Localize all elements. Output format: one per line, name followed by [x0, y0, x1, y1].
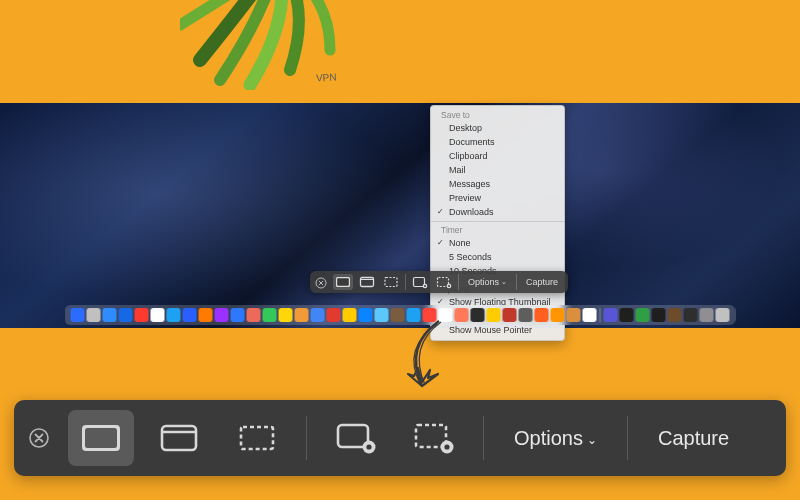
capture-entire-screen-button[interactable] — [68, 410, 134, 466]
capture-window-button[interactable] — [357, 274, 377, 290]
dock-separator — [600, 308, 601, 322]
dock-app-icon[interactable] — [87, 308, 101, 322]
dock-app-icon[interactable] — [343, 308, 357, 322]
dock-app-icon[interactable] — [407, 308, 421, 322]
capture-button[interactable]: Capture — [638, 410, 749, 466]
options-label: Options — [514, 427, 583, 450]
dock-app-icon[interactable] — [391, 308, 405, 322]
options-button[interactable]: Options⌄ — [463, 277, 512, 287]
record-selection-button[interactable] — [401, 410, 467, 466]
svg-rect-6 — [414, 278, 425, 287]
capture-button[interactable]: Capture — [521, 277, 563, 287]
toolbar-divider — [306, 416, 307, 460]
dock-app-icon[interactable] — [279, 308, 293, 322]
wallpaper-mojave — [0, 103, 800, 328]
dock-app-icon[interactable] — [668, 308, 682, 322]
dock-app-icon[interactable] — [423, 308, 437, 322]
dock-app-icon[interactable] — [583, 308, 597, 322]
dock-app-icon[interactable] — [311, 308, 325, 322]
options-button[interactable]: Options⌄ — [494, 410, 617, 466]
dock-app-icon[interactable] — [119, 308, 133, 322]
capture-label: Capture — [526, 277, 558, 287]
svg-point-8 — [424, 285, 426, 287]
record-entire-screen-button[interactable] — [323, 410, 389, 466]
toolbar-divider — [405, 274, 406, 290]
dock-app-icon[interactable] — [199, 308, 213, 322]
screenshot-toolbar-zoomed: Options⌄ Capture — [14, 400, 786, 476]
toolbar-divider — [516, 274, 517, 290]
dock-app-icon[interactable] — [103, 308, 117, 322]
svg-point-20 — [366, 444, 371, 449]
popup-item-mail[interactable]: Mail — [431, 163, 564, 177]
dock-app-icon[interactable] — [231, 308, 245, 322]
dock-app-icon[interactable] — [247, 308, 261, 322]
dock-app-icon[interactable] — [551, 308, 565, 322]
toolbar-divider — [627, 416, 628, 460]
popup-item-clipboard[interactable]: Clipboard — [431, 149, 564, 163]
dock-app-icon[interactable] — [183, 308, 197, 322]
options-label: Options — [468, 277, 499, 287]
toolbar-divider — [483, 416, 484, 460]
svg-rect-3 — [361, 278, 374, 287]
popup-item-downloads[interactable]: Downloads — [431, 205, 564, 219]
dock-app-icon[interactable] — [604, 308, 618, 322]
svg-rect-14 — [85, 428, 117, 448]
record-selection-button[interactable] — [434, 274, 454, 290]
dock-app-icon[interactable] — [167, 308, 181, 322]
popup-item-documents[interactable]: Documents — [431, 135, 564, 149]
dock-app-icon[interactable] — [503, 308, 517, 322]
svg-point-11 — [448, 285, 450, 287]
dock-app-icon[interactable] — [487, 308, 501, 322]
dock-app-icon[interactable] — [359, 308, 373, 322]
dock-app-icon[interactable] — [700, 308, 714, 322]
dock-app-icon[interactable] — [439, 308, 453, 322]
dock-app-icon[interactable] — [263, 308, 277, 322]
capture-entire-screen-button[interactable] — [333, 274, 353, 290]
capture-selection-button[interactable] — [224, 410, 290, 466]
popup-item-desktop[interactable]: Desktop — [431, 121, 564, 135]
svg-rect-5 — [385, 278, 397, 287]
capture-window-button[interactable] — [146, 410, 212, 466]
screenshot-toolbar-small: Options⌄ Capture — [310, 271, 568, 293]
toolbar-divider — [458, 274, 459, 290]
dock-app-icon[interactable] — [375, 308, 389, 322]
capture-label: Capture — [658, 427, 729, 450]
dock-app-icon[interactable] — [295, 308, 309, 322]
dock-app-icon[interactable] — [471, 308, 485, 322]
chevron-down-icon: ⌄ — [501, 278, 507, 286]
dock-app-icon[interactable] — [455, 308, 469, 322]
dock-app-icon[interactable] — [151, 308, 165, 322]
svg-rect-2 — [337, 278, 349, 286]
dock-app-icon[interactable] — [519, 308, 533, 322]
popup-item-show-pointer[interactable]: Show Mouse Pointer — [431, 323, 564, 337]
dock-app-icon[interactable] — [215, 308, 229, 322]
dock-app-icon[interactable] — [620, 308, 634, 322]
dock-app-icon[interactable] — [636, 308, 650, 322]
popup-item-timer-none[interactable]: None — [431, 236, 564, 250]
popup-section-timer-title: Timer — [431, 224, 564, 236]
dock-app-icon[interactable] — [652, 308, 666, 322]
record-entire-screen-button[interactable] — [410, 274, 430, 290]
popup-item-preview[interactable]: Preview — [431, 191, 564, 205]
dock-app-icon[interactable] — [716, 308, 730, 322]
popup-item-timer-5s[interactable]: 5 Seconds — [431, 250, 564, 264]
macos-dock — [65, 305, 736, 325]
svg-rect-15 — [162, 426, 196, 450]
dock-app-icon[interactable] — [71, 308, 85, 322]
svg-rect-9 — [438, 278, 449, 287]
dock-app-icon[interactable] — [684, 308, 698, 322]
svg-rect-17 — [241, 427, 273, 449]
svg-point-23 — [444, 444, 449, 449]
dock-app-icon[interactable] — [327, 308, 341, 322]
chevron-down-icon: ⌄ — [587, 433, 597, 447]
close-button[interactable] — [315, 275, 329, 289]
dock-app-icon[interactable] — [135, 308, 149, 322]
popup-divider — [431, 221, 564, 222]
watermark-text: VPN — [316, 71, 337, 83]
dock-app-icon[interactable] — [567, 308, 581, 322]
popup-item-messages[interactable]: Messages — [431, 177, 564, 191]
dock-app-icon[interactable] — [535, 308, 549, 322]
capture-selection-button[interactable] — [381, 274, 401, 290]
macos-desktop: Save to Desktop Documents Clipboard Mail… — [0, 103, 800, 328]
close-button[interactable] — [26, 425, 52, 451]
